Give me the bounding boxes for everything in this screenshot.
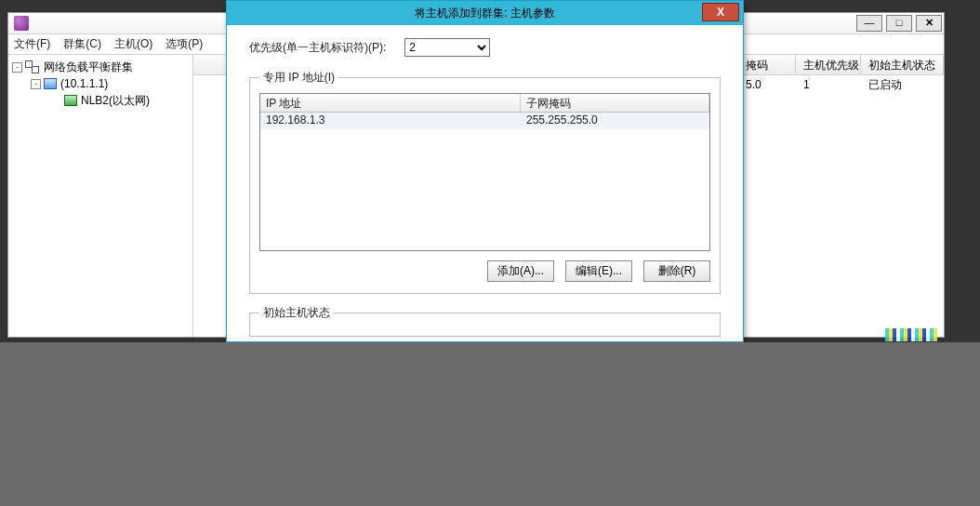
ip-row[interactable]: 192.168.1.3 255.255.255.0 bbox=[260, 113, 709, 129]
tree-cluster[interactable]: - (10.1.1.1) bbox=[10, 75, 191, 92]
priority-select[interactable]: 2 bbox=[404, 38, 490, 57]
maximize-button[interactable]: □ bbox=[886, 15, 912, 32]
tree-root-label: 网络负载平衡群集 bbox=[44, 60, 133, 75]
cropped-area bbox=[0, 342, 980, 506]
collapse-icon[interactable]: - bbox=[12, 62, 22, 73]
menu-host[interactable]: 主机(O) bbox=[114, 36, 152, 52]
app-icon bbox=[14, 16, 29, 31]
dialog-titlebar: 将主机添加到群集: 主机参数 X bbox=[227, 1, 743, 25]
ip-fieldset-legend: 专用 IP 地址(I) bbox=[259, 70, 338, 86]
artifact-icon bbox=[885, 328, 937, 341]
cell-state: 已启动 bbox=[861, 75, 944, 95]
add-ip-button[interactable]: 添加(A)... bbox=[487, 260, 554, 282]
edit-ip-button[interactable]: 编辑(E)... bbox=[565, 260, 632, 282]
tree-root[interactable]: - 网络负载平衡群集 bbox=[10, 59, 191, 75]
close-button[interactable]: ✕ bbox=[916, 15, 942, 32]
window-controls: — □ ✕ bbox=[856, 15, 942, 32]
add-host-dialog: 将主机添加到群集: 主机参数 X 优先级(单一主机标识符)(P): 2 专用 I… bbox=[226, 0, 744, 342]
ipcell-mask: 255.255.255.0 bbox=[521, 113, 709, 129]
priority-label: 优先级(单一主机标识符)(P): bbox=[249, 40, 386, 56]
dialog-close-button[interactable]: X bbox=[702, 3, 739, 21]
ipcol-ip[interactable]: IP 地址 bbox=[260, 94, 521, 112]
state-fieldset: 初始主机状态 bbox=[249, 305, 721, 337]
col-priority[interactable]: 主机优先级 bbox=[796, 55, 861, 74]
cell-priority: 1 bbox=[796, 76, 861, 93]
tree-host[interactable]: NLB2(以太网) bbox=[10, 92, 191, 109]
host-icon bbox=[64, 95, 77, 106]
state-fieldset-legend: 初始主机状态 bbox=[259, 305, 334, 321]
dialog-title: 将主机添加到群集: 主机参数 bbox=[415, 6, 555, 21]
tree-cluster-label: (10.1.1.1) bbox=[60, 77, 108, 90]
ip-fieldset: 专用 IP 地址(I) IP 地址 子网掩码 192.168.1.3 255.2… bbox=[249, 70, 721, 294]
ipcell-ip: 192.168.1.3 bbox=[260, 113, 521, 129]
tree-host-label: NLB2(以太网) bbox=[81, 93, 150, 109]
menu-cluster[interactable]: 群集(C) bbox=[63, 36, 101, 52]
menu-file[interactable]: 文件(F) bbox=[14, 36, 50, 52]
nlb-root-icon bbox=[25, 60, 40, 73]
ipcol-mask[interactable]: 子网掩码 bbox=[521, 94, 709, 112]
col-state[interactable]: 初始主机状态 bbox=[861, 55, 944, 74]
menu-options[interactable]: 选项(P) bbox=[166, 36, 203, 52]
collapse-icon[interactable]: - bbox=[31, 79, 41, 89]
cluster-tree: - 网络负载平衡群集 - (10.1.1.1) NLB2(以太网) bbox=[8, 55, 193, 337]
minimize-button[interactable]: — bbox=[856, 15, 882, 32]
col-mask[interactable]: 掩码 bbox=[738, 55, 796, 74]
cluster-icon bbox=[44, 78, 57, 89]
cell-mask: 5.0 bbox=[738, 76, 796, 93]
remove-ip-button[interactable]: 删除(R) bbox=[643, 260, 710, 282]
ip-table: IP 地址 子网掩码 192.168.1.3 255.255.255.0 bbox=[259, 93, 710, 251]
